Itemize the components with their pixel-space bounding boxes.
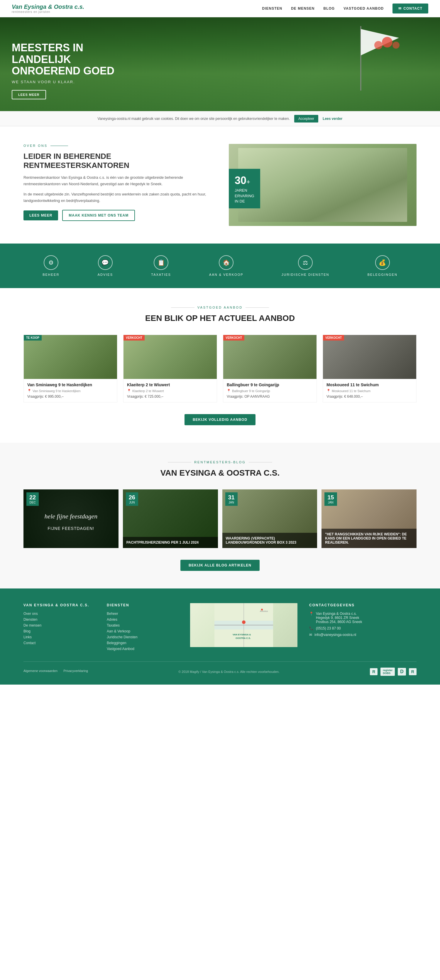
property-card-4[interactable]: VERKOCHT Moskoueed 11 te Swichum 📍 Mosko… [323,335,416,402]
cookie-accept-button[interactable]: Accepteer [294,115,318,123]
property-card-2[interactable]: VERKOCHT Klaeiterp 2 te Wiuwert 📍 Klaeit… [123,335,217,402]
property-info-1: Van Sminiaweg 9 te Haskerdijken 📍 Van Sm… [24,379,117,402]
bekijk-aanbod-button[interactable]: BEKIJK VOLLEDIG AANBOD [185,414,255,425]
dienst-advies[interactable]: 💬 ADVIES [98,255,113,276]
footer-email-link[interactable]: info@vaneysinga-oostra.nl [314,633,356,637]
property-title-1: Van Sminiaweg 9 te Haskerdijken [27,382,113,387]
property-price-3: Vraagprijs: OP AANVRAAG [227,395,313,399]
property-card-3[interactable]: VERKOCHT Ballingbuer 9 te Goingarijp 📍 B… [223,335,317,402]
footer-link-taxaties[interactable]: Taxaties [107,624,179,627]
hero-title: MEESTERS IN LANDELIJK ONROEREND GOED [12,42,115,77]
blog-section-label: RENTMEESTERS-BLOG [24,460,416,464]
footer-link-over-ons[interactable]: Over ons [24,612,95,616]
blog-date-3: 31 JAN [225,492,238,506]
property-address-4: 📍 Moskoueed 11 te Swichum [327,389,413,393]
blog-date-1: 22 DEC [26,492,39,506]
envelope-icon: ✉ [399,6,402,11]
blog-card-4[interactable]: 15 JAN "HET RANGSCHIKKEN VAN RIJKE WEIDE… [322,489,416,548]
blog-handwritten: hele fijne feestdagen [38,507,103,526]
team-button[interactable]: MAAK KENNIS MET ONS TEAM [62,210,135,221]
footer-col-1: VAN EYSINGA & OOSTRA C.S. Over ons Diens… [24,603,95,653]
pin-icon-2: 📍 [127,389,131,393]
footer-email: ✉ info@vaneysinga-oostra.nl [309,633,416,639]
badge-d: D [398,668,406,676]
footer-link-juridisch[interactable]: Juridische Diensten [107,635,179,639]
footer-link-mensen[interactable]: De mensen [24,624,95,627]
property-image-4: VERKOCHT [323,335,416,379]
properties-grid: TE KOOP Van Sminiaweg 9 te Haskerdijken … [24,335,416,402]
footer-link-diensten[interactable]: Diensten [24,617,95,622]
nav-diensten[interactable]: DIENSTEN [262,6,282,11]
footer-badges: R registerDOBS D R [370,668,416,676]
badge-r2: R [409,668,416,675]
footer-algemene-link[interactable]: Algemene voorwaarden [24,669,57,673]
blog-card-1[interactable]: 22 DEC hele fijne feestdagen FIJNE FEEST… [24,489,118,548]
property-address-3: 📍 Ballingbuer 9 te Goingarijp [227,389,313,393]
footer-link-beleggingen[interactable]: Beleggingen [107,641,179,645]
advies-label: ADVIES [98,273,113,276]
beheer-icon: ⚙ [44,255,58,270]
footer-link-beheer[interactable]: Beheer [107,612,179,616]
cookie-banner: Vaneysinga-oostra.nl maakt gebruik van c… [0,111,440,126]
vastgoed-section: VASTGOED AANBOD EEN BLIK OP HET ACTUEEL … [0,288,440,443]
contact-button[interactable]: ✉ CONTACT [392,3,428,13]
hero-lees-meer-button[interactable]: LEES MEER [12,90,46,99]
vastgoed-title: EEN BLIK OP HET ACTUEEL AANBOD [24,313,416,323]
dienst-taxaties[interactable]: 📋 TAXATIES [151,255,171,276]
beleggingen-label: BELEGGINGEN [368,273,397,276]
blog-header: RENTMEESTERS-BLOG VAN EYSINGA & OOSTRA C… [24,460,416,478]
blog-date-2: 26 JUN [126,492,138,506]
footer-map: VAN EYSINGA & OOSTRA C.S. Antonius [190,603,297,647]
pin-icon-4: 📍 [327,389,331,393]
footer: VAN EYSINGA & OOSTRA C.S. Over ons Diens… [0,589,440,685]
dienst-juridisch[interactable]: ⚖ JURIDISCHE DIENSTEN [282,255,329,276]
lees-meer-button[interactable]: LEES MEER [24,210,58,220]
footer-link-links[interactable]: Links [24,635,95,639]
footer-col-3: VAN EYSINGA & OOSTRA C.S. Antonius [190,603,297,653]
nav-blog[interactable]: BLOG [324,6,335,11]
footer-privacy-link[interactable]: Privacyverklaring [63,669,88,673]
hero-subtitle: WE STAAN VOOR U KLAAR. [12,80,115,84]
bekijk-blog-button[interactable]: BEKIJK ALLE BLOG ARTIKELEN [180,560,260,571]
blog-title: VAN EYSINGA & OOSTRA C.S. [24,468,416,478]
property-card-1[interactable]: TE KOOP Van Sminiaweg 9 te Haskerdijken … [24,335,117,402]
property-price-1: Vraagprijs: € 995.000,– [27,395,113,399]
aan-verkoop-icon: 🏠 [219,255,233,270]
diensten-section: ⚙ BEHEER 💬 ADVIES 📋 TAXATIES 🏠 AAN & VER… [0,243,440,288]
footer-link-contact[interactable]: Contact [24,641,95,645]
property-info-3: Ballingbuer 9 te Goingarijp 📍 Ballingbue… [223,379,317,402]
blog-grid: 22 DEC hele fijne feestdagen FIJNE FEEST… [24,489,416,548]
dienst-beheer[interactable]: ⚙ BEHEER [43,255,59,276]
footer-link-aan-verkoop[interactable]: Aan & Verkoop [107,629,179,633]
property-tag-2: VERKOCHT [123,335,145,340]
over-ons-text: OVER ONS LEIDER IN BEHERENDE RENTMEESTER… [24,144,211,226]
blog-card-2[interactable]: 26 JUN PACHTPRIJSHERZIENING PER 1 JULI 2… [123,489,218,548]
property-tag-3: VERKOCHT [223,335,244,340]
header: Van Eysinga & Oostra c.s. rentmeesters e… [0,0,440,17]
blog-card-3[interactable]: 31 JAN WAARDERING (VERPACHTE) LANDBOUWGR… [222,489,317,548]
beleggingen-icon: 💰 [375,255,390,270]
over-ons-title: LEIDER IN BEHERENDE RENTMEESTERSKANTOREN [24,152,211,170]
footer-col-2: DIENSTEN Beheer Advies Taxaties Aan & Ve… [107,603,179,653]
footer-link-advies[interactable]: Advies [107,617,179,622]
over-ons-section: OVER ONS LEIDER IN BEHERENDE RENTMEESTER… [0,126,440,243]
advies-icon: 💬 [98,255,113,270]
footer-link-blog[interactable]: Blog [24,629,95,633]
pin-icon-1: 📍 [27,389,31,393]
nav-mensen[interactable]: DE MENSEN [291,6,314,11]
svg-point-4 [392,41,400,49]
dienst-beleggingen[interactable]: 💰 BELEGGINGEN [368,255,397,276]
blog-date-4: 15 JAN [324,492,337,506]
aan-verkoop-label: AAN & VERKOOP [209,273,243,276]
nav-vastgoed[interactable]: VASTGOED AANBOD [343,6,384,11]
logo-title: Van Eysinga & Oostra c.s. [12,3,84,10]
blog-overlay-2: PACHTPRIJSHERZIENING PER 1 JULI 2024 [123,537,218,548]
cookie-more-link[interactable]: Lees verder [323,117,342,121]
property-price-4: Vraagprijs: € 648.000,– [327,395,413,399]
svg-point-2 [382,37,392,48]
footer-link-vastgoed-aanbod[interactable]: Vastgoed Aanbod [107,647,179,651]
property-address-2: 📍 Klaeiterp 2 te Wiuwert [127,389,213,393]
dienst-aan-verkoop[interactable]: 🏠 AAN & VERKOOP [209,255,243,276]
property-image-2: VERKOCHT [123,335,217,379]
property-title-3: Ballingbuer 9 te Goingarijp [227,382,313,387]
